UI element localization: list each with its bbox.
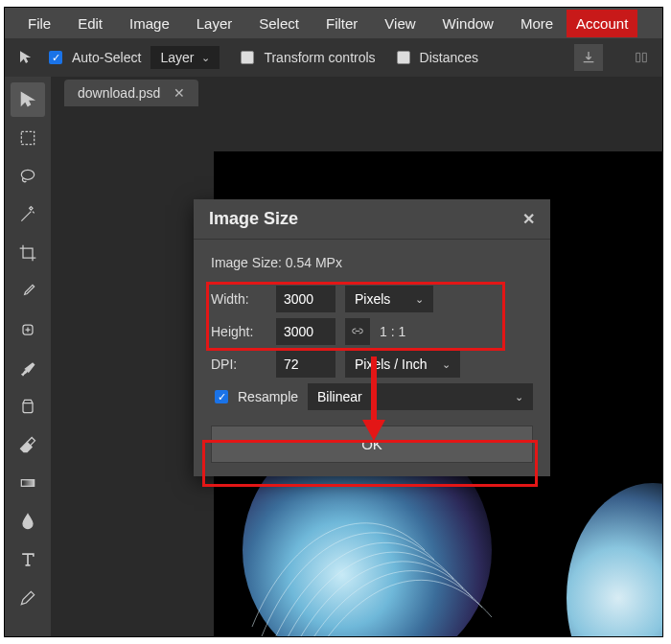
menu-layer[interactable]: Layer bbox=[183, 10, 246, 37]
blur-tool[interactable] bbox=[11, 504, 45, 539]
dialog-titlebar: Image Size ✕ bbox=[194, 199, 550, 240]
image-size-dialog: Image Size ✕ Image Size: 0.54 MPx Width:… bbox=[194, 199, 550, 476]
align-icon[interactable] bbox=[628, 44, 655, 71]
pen-tool[interactable] bbox=[11, 581, 45, 615]
aspect-ratio: 1 : 1 bbox=[380, 324, 405, 339]
chevron-down-icon: ⌄ bbox=[515, 391, 523, 403]
menu-account[interactable]: Account bbox=[567, 10, 637, 37]
dialog-close-icon[interactable]: ✕ bbox=[522, 210, 535, 228]
clone-tool[interactable] bbox=[11, 389, 45, 424]
close-icon[interactable]: ✕ bbox=[174, 85, 185, 101]
lasso-tool[interactable] bbox=[11, 159, 45, 194]
ok-button[interactable]: OK bbox=[211, 426, 533, 463]
artwork-right bbox=[567, 483, 662, 636]
menu-bar: File Edit Image Layer Select Filter View… bbox=[5, 8, 662, 38]
transform-controls-checkbox[interactable] bbox=[241, 51, 254, 64]
menu-image[interactable]: Image bbox=[116, 10, 183, 37]
dialog-title: Image Size bbox=[209, 209, 298, 229]
image-size-info: Image Size: 0.54 MPx bbox=[211, 253, 533, 280]
menu-window[interactable]: Window bbox=[429, 10, 507, 37]
move-tool-icon bbox=[12, 44, 39, 71]
dpi-input[interactable] bbox=[276, 351, 336, 378]
chevron-down-icon: ⌄ bbox=[442, 358, 451, 371]
document-tab[interactable]: download.psd ✕ bbox=[64, 80, 198, 106]
resample-checkbox[interactable]: ✓ bbox=[215, 390, 228, 403]
dpi-unit-value: Pixels / Inch bbox=[355, 356, 427, 372]
crop-tool[interactable] bbox=[11, 236, 45, 270]
eyedropper-tool[interactable] bbox=[11, 274, 45, 309]
distances-label: Distances bbox=[420, 50, 478, 65]
chevron-down-icon: ⌄ bbox=[415, 293, 424, 306]
layer-target-value: Layer bbox=[160, 50, 194, 65]
menu-more[interactable]: More bbox=[507, 10, 567, 37]
chevron-down-icon: ⌄ bbox=[201, 52, 210, 64]
auto-select-checkbox[interactable]: ✓ bbox=[49, 51, 62, 64]
menu-select[interactable]: Select bbox=[245, 10, 312, 37]
type-tool[interactable] bbox=[11, 542, 45, 577]
marquee-tool[interactable] bbox=[11, 121, 45, 155]
svg-rect-3 bbox=[21, 480, 34, 487]
height-label: Height: bbox=[211, 324, 266, 339]
auto-select-label: Auto-Select bbox=[72, 50, 141, 65]
width-unit-value: Pixels bbox=[355, 291, 390, 307]
transform-controls-label: Transform controls bbox=[264, 50, 375, 65]
healing-tool[interactable] bbox=[11, 312, 45, 347]
dpi-unit-select[interactable]: Pixels / Inch ⌄ bbox=[345, 351, 460, 378]
height-input[interactable] bbox=[276, 318, 336, 345]
resample-method-value: Bilinear bbox=[317, 389, 362, 404]
menu-edit[interactable]: Edit bbox=[64, 10, 116, 37]
document-tab-label: download.psd bbox=[78, 85, 160, 101]
toolbox bbox=[5, 77, 51, 636]
layer-target-dropdown[interactable]: Layer ⌄ bbox=[150, 46, 220, 69]
distances-checkbox[interactable] bbox=[397, 51, 410, 64]
wand-tool[interactable] bbox=[11, 197, 45, 232]
menu-file[interactable]: File bbox=[14, 10, 64, 37]
menu-filter[interactable]: Filter bbox=[312, 10, 371, 37]
link-aspect-icon[interactable] bbox=[345, 318, 370, 345]
width-input[interactable] bbox=[276, 286, 336, 312]
width-unit-select[interactable]: Pixels ⌄ bbox=[345, 286, 433, 312]
options-bar: ✓ Auto-Select Layer ⌄ Transform controls… bbox=[5, 38, 662, 77]
width-label: Width: bbox=[211, 291, 266, 307]
svg-rect-0 bbox=[21, 131, 34, 144]
menu-view[interactable]: View bbox=[371, 10, 428, 37]
resample-label: Resample bbox=[238, 389, 298, 404]
resample-method-select[interactable]: Bilinear ⌄ bbox=[308, 383, 533, 410]
download-icon[interactable] bbox=[574, 44, 603, 71]
move-tool[interactable] bbox=[11, 82, 45, 117]
brush-tool[interactable] bbox=[11, 351, 45, 385]
app-window: File Edit Image Layer Select Filter View… bbox=[4, 7, 663, 637]
eraser-tool[interactable] bbox=[11, 427, 45, 462]
dpi-label: DPI: bbox=[211, 356, 266, 372]
gradient-tool[interactable] bbox=[11, 466, 45, 500]
svg-point-1 bbox=[21, 170, 34, 179]
document-tabs: download.psd ✕ bbox=[51, 77, 662, 109]
